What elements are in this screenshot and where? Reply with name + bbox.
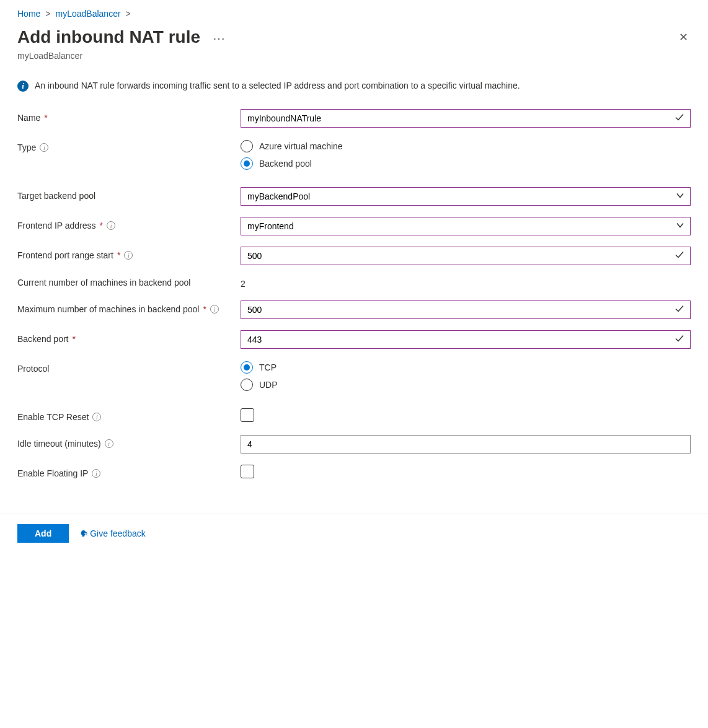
current-machines-label: Current number of machines in backend po…: [17, 276, 190, 289]
protocol-radio-tcp[interactable]: TCP: [241, 361, 691, 374]
tcp-reset-checkbox[interactable]: [241, 408, 254, 422]
tcp-reset-label: Enable TCP Reset: [17, 411, 89, 424]
close-button[interactable]: ✕: [676, 28, 691, 46]
required-icon: *: [44, 112, 47, 125]
max-machines-label: Maximum number of machines in backend po…: [17, 303, 199, 316]
required-icon: *: [117, 249, 120, 262]
chevron-right-icon: >: [45, 9, 50, 19]
info-banner: i An inbound NAT rule forwards incoming …: [17, 79, 691, 93]
frontend-ip-select[interactable]: [241, 217, 691, 235]
type-radio-vm[interactable]: Azure virtual machine: [241, 140, 691, 152]
chevron-right-icon: >: [126, 9, 131, 19]
backend-port-label: Backend port: [17, 333, 69, 346]
required-icon: *: [73, 333, 76, 346]
current-machines-value: 2: [241, 276, 691, 289]
add-button[interactable]: Add: [17, 524, 69, 543]
info-text: An inbound NAT rule forwards incoming tr…: [35, 79, 520, 93]
radio-label: TCP: [259, 362, 277, 372]
target-backend-pool-select[interactable]: [241, 187, 691, 206]
page-subtitle: myLoadBalancer: [17, 51, 691, 61]
name-label: Name: [17, 112, 40, 125]
frontend-ip-label: Frontend IP address: [17, 219, 96, 232]
help-icon[interactable]: i: [105, 439, 113, 448]
breadcrumb-resource[interactable]: myLoadBalancer: [56, 9, 121, 19]
give-feedback-link[interactable]: 🗣︎ Give feedback: [80, 528, 146, 538]
breadcrumb-home[interactable]: Home: [17, 9, 40, 19]
feedback-label: Give feedback: [90, 528, 146, 538]
idle-timeout-label: Idle timeout (minutes): [17, 437, 101, 450]
protocol-label: Protocol: [17, 362, 49, 375]
type-radio-group: Azure virtual machine Backend pool: [241, 139, 691, 170]
target-backend-pool-label: Target backend pool: [17, 190, 95, 203]
feedback-icon: 🗣︎: [80, 528, 89, 538]
backend-port-input[interactable]: [241, 330, 691, 349]
floating-ip-checkbox[interactable]: [241, 465, 254, 478]
page-title: Add inbound NAT rule: [17, 27, 200, 47]
max-machines-input[interactable]: [241, 300, 691, 319]
radio-label: UDP: [259, 380, 278, 390]
more-actions-button[interactable]: ⋯: [213, 31, 226, 46]
radio-icon: [241, 157, 253, 170]
frontend-port-start-label: Frontend port range start: [17, 249, 113, 262]
radio-label: Azure virtual machine: [259, 141, 343, 151]
help-icon[interactable]: i: [107, 221, 115, 230]
type-label: Type: [17, 141, 36, 154]
help-icon[interactable]: i: [92, 469, 100, 478]
info-icon: i: [17, 81, 29, 92]
help-icon[interactable]: i: [92, 413, 101, 421]
type-radio-backend-pool[interactable]: Backend pool: [241, 157, 691, 170]
breadcrumb: Home > myLoadBalancer >: [17, 9, 691, 19]
radio-icon: [241, 361, 253, 374]
idle-timeout-input[interactable]: [241, 435, 691, 454]
radio-icon: [241, 140, 253, 152]
radio-label: Backend pool: [259, 159, 312, 169]
radio-icon: [241, 379, 253, 391]
frontend-port-start-input[interactable]: [241, 247, 691, 265]
help-icon[interactable]: i: [124, 251, 133, 260]
help-icon[interactable]: i: [210, 305, 219, 314]
protocol-radio-udp[interactable]: UDP: [241, 379, 691, 391]
name-input[interactable]: [241, 109, 691, 128]
required-icon: *: [100, 219, 103, 232]
help-icon[interactable]: i: [40, 143, 48, 152]
floating-ip-label: Enable Floating IP: [17, 467, 88, 480]
required-icon: *: [203, 303, 206, 316]
protocol-radio-group: TCP UDP: [241, 360, 691, 391]
